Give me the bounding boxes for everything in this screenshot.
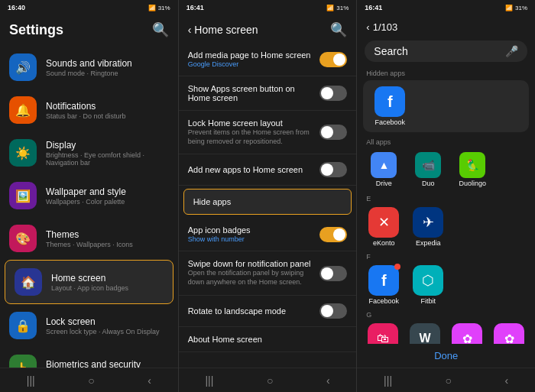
- facebook-hidden-icon: f: [374, 86, 405, 117]
- lock-layout-toggle[interactable]: [319, 125, 347, 140]
- hs-hide-apps-title: Hide apps: [193, 197, 336, 206]
- hs-swipe-notif-text: Swipe down for notification panel Open t…: [188, 259, 320, 287]
- rotate-toggle[interactable]: [319, 303, 347, 319]
- status-icons-3: 📶 31%: [505, 5, 527, 11]
- sounds-text: Sounds and vibration Sound mode · Ringto…: [46, 58, 169, 77]
- hs-show-apps[interactable]: Show Apps screen button on Home screen: [179, 76, 357, 111]
- list-item-facebook[interactable]: f Facebook: [365, 265, 403, 305]
- bottom-nav-3: ||| ○ ‹: [357, 368, 535, 392]
- hs-rotate[interactable]: Rotate to landscape mode: [179, 296, 357, 327]
- hs-hide-apps[interactable]: Hide apps: [183, 189, 352, 215]
- settings-item-lockscreen[interactable]: 🔒 Lock screen Screen lock type · Always …: [0, 304, 178, 347]
- nav-home-2[interactable]: ○: [267, 374, 273, 387]
- back-chevron-icon-3[interactable]: ‹: [366, 21, 369, 33]
- nav-back[interactable]: ‹: [148, 374, 151, 387]
- add-media-toggle[interactable]: [319, 52, 347, 67]
- settings-item-notifications[interactable]: 🔔 Notifications Status bar · Do not dist…: [0, 89, 178, 131]
- list-item-drive[interactable]: ▲ Drive: [365, 152, 403, 187]
- expedia-icon: ✈: [413, 207, 443, 238]
- hs-about-title: About Home screen: [188, 335, 342, 344]
- homescreen-title: Home screen: [51, 273, 164, 283]
- hs-swipe-notif-title: Swipe down for notification panel: [188, 259, 314, 268]
- show-apps-toggle[interactable]: [319, 86, 347, 101]
- status-bar-1: 16:40 📶 31%: [0, 0, 178, 15]
- display-subtitle: Brightness · Eye comfort shield · Naviga…: [46, 151, 169, 167]
- back-button[interactable]: ‹ Home screen: [188, 24, 258, 36]
- sounds-subtitle: Sound mode · Ringtone: [46, 70, 169, 77]
- duolingo-icon: 🦜: [459, 152, 485, 178]
- nav-home-3[interactable]: ○: [446, 374, 452, 387]
- hs-hide-apps-text: Hide apps: [193, 197, 342, 206]
- settings-title: Settings: [9, 22, 63, 38]
- add-new-apps-toggle[interactable]: [319, 162, 347, 177]
- gallery1-icon: ✿: [452, 323, 482, 344]
- display-title: Display: [46, 140, 169, 151]
- sounds-icon: 🔊: [9, 53, 37, 81]
- lockscreen-subtitle: Screen lock type · Always On Display: [46, 328, 169, 335]
- list-item-galaxy-store[interactable]: 🛍 Galaxy: [365, 323, 400, 344]
- hs-lock-layout-text: Lock Home screen layout Prevent items on…: [188, 118, 320, 146]
- homescreen-settings-list: Add media page to Home screen Google Dis…: [179, 43, 357, 368]
- list-item-gallery1[interactable]: ✿ Gallery: [449, 323, 485, 344]
- hs-app-icon-badges[interactable]: App icon badges Show with number: [179, 218, 357, 251]
- search-bar[interactable]: Search 🎤: [365, 40, 527, 62]
- fitbit-icon: ⬡: [413, 265, 443, 296]
- search-icon[interactable]: 🔍: [152, 21, 169, 38]
- settings-item-display[interactable]: ☀️ Display Brightness · Eye comfort shie…: [0, 131, 178, 174]
- hs-swipe-notif[interactable]: Swipe down for notification panel Open t…: [179, 251, 357, 295]
- hs-app-icon-badges-text: App icon badges Show with number: [188, 225, 320, 243]
- search-icon-2[interactable]: 🔍: [330, 21, 347, 38]
- nav-recents-3[interactable]: |||: [384, 374, 392, 387]
- nav-recents[interactable]: |||: [27, 374, 35, 387]
- biometrics-icon: 👆: [9, 355, 37, 368]
- galaxy-wear-icon: W: [410, 323, 440, 344]
- status-icons-2: 📶 31%: [326, 5, 349, 11]
- hs-add-media[interactable]: Add media page to Home screen Google Dis…: [179, 43, 357, 76]
- done-button[interactable]: Done: [357, 344, 535, 368]
- list-item-expedia[interactable]: ✈ Expedia: [409, 207, 447, 247]
- hs-about[interactable]: About Home screen: [179, 327, 357, 352]
- list-item-gallery2[interactable]: ✿ Gallery: [491, 323, 527, 344]
- list-item-duo[interactable]: 📹 Duo: [409, 152, 447, 187]
- hs-lock-layout[interactable]: Lock Home screen layout Prevent items on…: [179, 111, 357, 154]
- facebook-hidden-label: Facebook: [375, 118, 406, 126]
- display-text: Display Brightness · Eye comfort shield …: [46, 140, 169, 167]
- wallpaper-title: Wallpaper and style: [46, 186, 169, 197]
- homescreen-header: ‹ Home screen 🔍: [179, 15, 357, 43]
- list-item-fitbit[interactable]: ⬡ Fitbit: [409, 265, 447, 305]
- hs-app-icon-badges-title: App icon badges: [188, 225, 314, 235]
- swipe-notif-toggle[interactable]: [319, 266, 347, 281]
- hs-add-new-apps-title: Add new apps to Home screen: [188, 165, 314, 174]
- nav-back-2[interactable]: ‹: [326, 374, 330, 387]
- list-item-facebook-hidden[interactable]: f Facebook: [371, 86, 409, 126]
- settings-item-themes[interactable]: 🎨 Themes Themes · Wallpapers · Icons: [0, 217, 178, 260]
- notifications-text: Notifications Status bar · Do not distur…: [46, 101, 169, 120]
- f-apps-row: f Facebook ⬡ Fitbit: [357, 262, 535, 308]
- galaxy-store-icon: 🛍: [368, 323, 398, 344]
- settings-item-wallpaper[interactable]: 🖼️ Wallpaper and style Wallpapers · Colo…: [0, 174, 178, 217]
- status-bar-3: 16:41 📶 31%: [357, 0, 535, 15]
- settings-item-sounds[interactable]: 🔊 Sounds and vibration Sound mode · Ring…: [0, 46, 178, 89]
- status-bar-2: 16:41 📶 31%: [179, 0, 357, 15]
- settings-item-biometrics[interactable]: 👆 Biometrics and security Face recogniti…: [0, 347, 178, 368]
- hs-add-new-apps[interactable]: Add new apps to Home screen: [179, 154, 357, 186]
- list-item-galaxy-wear[interactable]: W Galaxy: [407, 323, 443, 344]
- app-icon-badges-toggle[interactable]: [319, 227, 347, 242]
- list-item-duolingo[interactable]: 🦜 Duolingo: [453, 152, 491, 187]
- settings-list: 🔊 Sounds and vibration Sound mode · Ring…: [0, 43, 178, 368]
- hidden-apps-label: Hidden apps: [357, 65, 535, 79]
- list-item-ekonto[interactable]: ✕ eKonto: [365, 207, 403, 247]
- notifications-title: Notifications: [46, 101, 169, 112]
- nav-back-3[interactable]: ‹: [505, 374, 509, 387]
- themes-text: Themes Themes · Wallpapers · Icons: [46, 229, 169, 248]
- settings-item-homescreen[interactable]: 🏠 Home screen Layout · App icon badges: [5, 260, 173, 304]
- homescreen-text: Home screen Layout · App icon badges: [51, 273, 164, 292]
- e-apps-row: ✕ eKonto ✈ Expedia: [357, 204, 535, 250]
- mic-icon[interactable]: 🎤: [505, 45, 518, 57]
- hs-app-icon-badges-subtitle: Show with number: [188, 235, 314, 243]
- hs-lock-layout-title: Lock Home screen layout: [188, 118, 314, 128]
- homescreen-panel-title: Home screen: [194, 24, 258, 36]
- page-counter: ‹ 1/103: [366, 21, 397, 33]
- nav-home[interactable]: ○: [88, 374, 94, 387]
- nav-recents-2[interactable]: |||: [205, 374, 213, 387]
